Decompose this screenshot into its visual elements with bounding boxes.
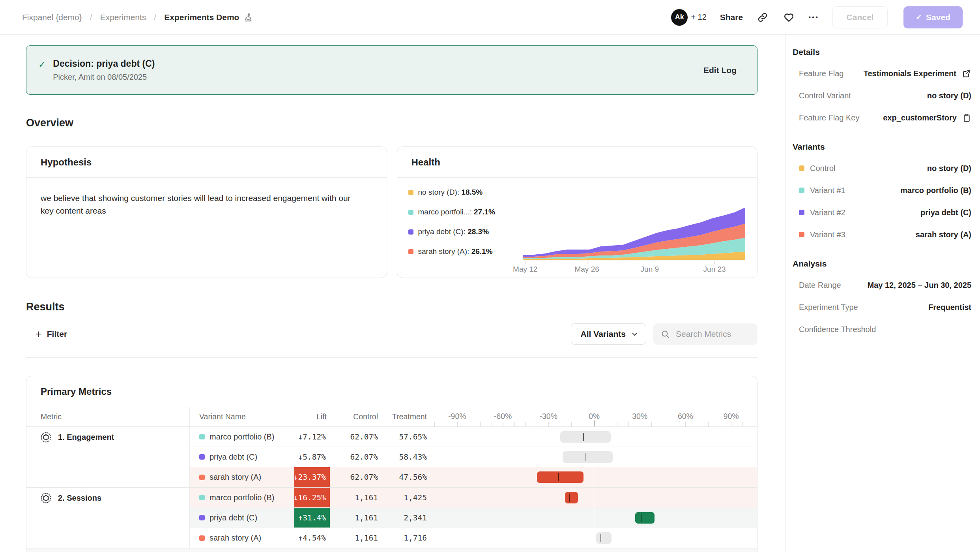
axis-tick	[548, 422, 549, 426]
hypothesis-card: Hypothesis we believe that showing custo…	[26, 146, 387, 278]
legend-value: 28.3%	[468, 227, 489, 236]
metric-target-icon	[41, 432, 51, 443]
edit-log-button[interactable]: Edit Log	[703, 66, 737, 75]
treatment-cell: 2,341	[381, 508, 432, 528]
sidebar-row-label: Variant #2	[799, 208, 845, 217]
control-cell: 62.07%	[330, 467, 381, 487]
variant-name-cell: priya debt (C)	[190, 508, 294, 528]
column-header-lift: Lift	[294, 407, 330, 426]
decision-banner: ✓ Decision: priya debt (C) Picker, Amit …	[26, 45, 757, 95]
confidence-interval-bar[interactable]	[563, 451, 613, 463]
health-card-header: Health	[397, 147, 757, 178]
toolbar-divider	[26, 357, 757, 358]
axis-label: 90%	[724, 412, 739, 421]
confidence-interval-bar[interactable]	[596, 532, 612, 544]
hypothesis-card-header: Hypothesis	[26, 147, 387, 178]
table-row[interactable]: priya debt (C)↑31.4%1,1612,341	[190, 508, 757, 528]
axis-label: -90%	[448, 412, 466, 421]
stacked-area-chart	[523, 205, 746, 261]
control-cell: 62.07%	[330, 427, 381, 447]
table-row[interactable]: marco portfolio (B)↓7.12%62.07%57.65%	[190, 427, 757, 447]
axis-label: -60%	[494, 412, 512, 421]
primary-metrics-header: Primary Metrics	[26, 376, 757, 407]
variants-row: Variant #1marco portfolio (B)	[799, 184, 971, 197]
variant-name-cell: sarah story (A)	[190, 467, 294, 487]
legend-item: no story (D): 18.5%	[408, 188, 523, 197]
experiment-page: Fixpanel {demo} / Experiments / Experime…	[0, 0, 980, 552]
metric-cell[interactable]: 2. Sessions	[26, 488, 190, 548]
confidence-interval-bar[interactable]	[565, 492, 578, 503]
metric-name: 1. Engagement	[58, 432, 114, 442]
add-filter-button[interactable]: + Filter	[36, 329, 67, 340]
legend-swatch	[408, 249, 413, 254]
axis-tick	[446, 422, 446, 426]
primary-metrics-card: Primary Metrics Metric Variant Name Lift…	[26, 376, 757, 552]
legend-label: marco portfoli...: 27.1%	[418, 208, 495, 216]
confidence-interval-bar[interactable]	[560, 431, 611, 443]
variant-name-cell: marco portfolio (B)	[190, 427, 294, 447]
control-cell: 1,161	[330, 528, 381, 548]
x-axis-tick	[714, 261, 715, 264]
lift-cell: ↑4.54%	[294, 528, 330, 548]
sidebar-row-value: no story (D)	[927, 91, 971, 100]
share-button[interactable]: Share	[720, 13, 743, 22]
collaborators-count: + 12	[691, 13, 706, 22]
avatar[interactable]: Ak	[671, 9, 688, 26]
variant-swatch	[199, 454, 205, 460]
x-axis-label: Jun 23	[703, 265, 726, 274]
add-metric-button[interactable]: + Add	[26, 548, 757, 552]
zero-percent-line	[594, 508, 594, 528]
decision-subtitle: Picker, Amit on 08/05/2025	[53, 73, 155, 82]
legend-value: 27.1%	[474, 208, 495, 216]
search-metrics-box[interactable]	[653, 323, 757, 345]
saved-label: Saved	[926, 13, 950, 22]
lift-cell: ↓23.37%	[294, 467, 330, 487]
table-row[interactable]: sarah story (A)↓23.37%62.07%47.56%	[190, 467, 757, 487]
copy-link-icon[interactable]	[756, 11, 769, 24]
saved-button[interactable]: ✓ Saved	[903, 6, 963, 28]
details-heading: Details	[793, 47, 971, 57]
axis-tick	[526, 422, 526, 426]
breadcrumb-project[interactable]: Fixpanel {demo}	[22, 13, 82, 22]
more-options-icon[interactable]: •••	[808, 13, 819, 21]
plus-icon: +	[36, 329, 42, 340]
results-toolbar: + Filter All Variants	[26, 323, 757, 345]
zero-percent-line	[594, 467, 594, 487]
confidence-interval-cell	[432, 467, 757, 487]
confidence-interval-bar[interactable]	[537, 471, 584, 483]
lift-point-tick	[600, 534, 601, 542]
x-axis-label: Jun 9	[641, 265, 659, 274]
metric-cell[interactable]: 1. Engagement	[26, 427, 190, 487]
lift-cell: ↑31.4%	[294, 508, 330, 528]
favorite-heart-icon[interactable]	[782, 11, 795, 24]
sidebar-row-value: marco portfolio (B)	[900, 186, 971, 195]
cancel-button[interactable]: Cancel	[832, 6, 888, 28]
external-link-icon[interactable]	[962, 69, 971, 78]
table-row[interactable]: marco portfolio (B)↓16.25%1,1611,425	[190, 488, 757, 508]
metrics-table-body: 1. Engagementmarco portfolio (B)↓7.12%62…	[26, 427, 757, 548]
variant-name: priya debt (C)	[209, 513, 257, 522]
collaborators-group[interactable]: Ak + 12	[671, 9, 706, 26]
chart-x-axis: May 12May 26Jun 9Jun 23	[523, 261, 746, 274]
decision-title: Decision: priya debt (C)	[53, 58, 155, 69]
breadcrumb-experiments[interactable]: Experiments	[100, 13, 146, 22]
variant-swatch	[799, 188, 804, 193]
axis-tick	[708, 422, 709, 426]
confidence-interval-bar[interactable]	[635, 512, 655, 524]
variants-row: Variant #3sarah story (A)	[799, 228, 971, 241]
column-header-control: Control	[330, 407, 381, 426]
results-heading: Results	[26, 301, 757, 313]
metrics-table-header: Metric Variant Name Lift Control Treatme…	[26, 407, 757, 427]
sidebar-row-label: Variant #3	[799, 230, 845, 239]
treatment-cell: 58.43%	[381, 447, 432, 467]
search-metrics-input[interactable]	[676, 329, 747, 339]
table-row[interactable]: priya debt (C)↓5.87%62.07%58.43%	[190, 447, 757, 467]
breadcrumb-separator: /	[90, 13, 92, 22]
control-cell: 62.07%	[330, 447, 381, 467]
lift-point-tick	[641, 514, 642, 522]
legend-swatch	[408, 190, 413, 195]
top-header: Fixpanel {demo} / Experiments / Experime…	[0, 0, 980, 35]
table-row[interactable]: sarah story (A)↑4.54%1,1611,716	[190, 528, 757, 548]
variants-filter-dropdown[interactable]: All Variants	[571, 323, 646, 345]
clipboard-icon[interactable]	[962, 113, 971, 122]
